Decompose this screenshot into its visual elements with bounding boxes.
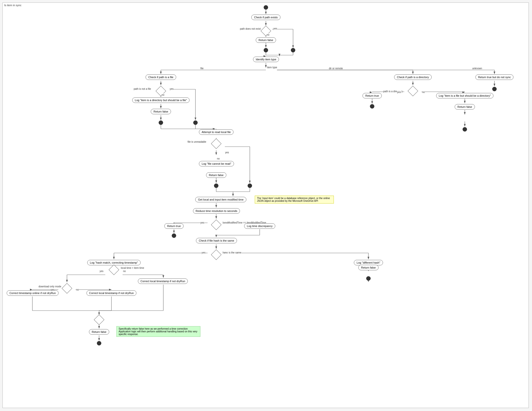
- identify-item-type-node: Identify item type: [248, 57, 284, 62]
- end-hash: [366, 276, 371, 281]
- start-circle: [264, 5, 268, 10]
- correct-local-ts-dl-label: Correct local timestamp if not dryRun: [86, 290, 137, 296]
- path-is-dir-shape: [408, 86, 418, 96]
- time-equal-diamond: [211, 219, 222, 230]
- correct-local-ts-dl-node: Correct local timestamp if not dryRun: [84, 290, 139, 296]
- return-false-hash-node: Return false: [355, 265, 382, 270]
- correct-timestamp-online-label: Correct timestamp online if not dryRun: [7, 290, 59, 296]
- correct-local-ts-node: Correct local timestamp if not dryRun: [136, 278, 190, 284]
- time-equal-shape: [211, 220, 221, 230]
- end-circle-1r: [291, 48, 295, 52]
- end-dir-true: [370, 104, 374, 109]
- file-unreadable-shape: [211, 138, 221, 149]
- yes-hash: yes: [202, 251, 206, 254]
- download-only-label: download only mode: [39, 285, 61, 288]
- log-file-should-be-dir-label: Log "item is a file but should be a dire…: [436, 93, 494, 98]
- unknown-label: unknown: [472, 67, 482, 70]
- log-cannot-read-label: Log "file cannot be read": [199, 161, 234, 166]
- dir-remote-label: dir or remote: [329, 67, 343, 70]
- path-not-file-shape: [156, 86, 166, 96]
- return-false-dir-node: Return false: [451, 104, 478, 110]
- get-local-modified-label: Get local and input item modified time: [195, 197, 246, 202]
- download-only-shape: [62, 283, 72, 294]
- log-dir-should-be-file-node: Log "item is a directory but should be a…: [116, 97, 205, 103]
- yes-label-path: yes: [273, 27, 277, 30]
- check-path-exists-label: Check if path exists: [251, 15, 280, 20]
- merge-diamond-shape: [94, 315, 104, 325]
- yes-unreadable: yes: [225, 151, 229, 154]
- return-false-final-node: Return false: [85, 329, 113, 335]
- end-final: [97, 341, 101, 345]
- path-is-dir-diamond: [407, 86, 418, 96]
- file-label: file: [200, 67, 204, 70]
- local-time-gt-shape: [109, 265, 119, 275]
- path-diamond-shape: [261, 26, 271, 36]
- note-return-false: Specifically return false here as we per…: [116, 326, 200, 337]
- yes-local-gt: yes: [100, 270, 104, 273]
- local-time-gt-label: local time > item time: [121, 267, 144, 269]
- check-path-dir-node: Check if path is a directory: [389, 74, 436, 80]
- no-file: no: [162, 93, 164, 96]
- check-path-file-node: Check if path is a file: [140, 74, 182, 80]
- file-unreadable-diamond: [211, 138, 222, 149]
- end-true2: [172, 233, 176, 238]
- log-time-discrepancy-label: Log time discrepancy: [244, 223, 275, 229]
- yes-time-eq: yes: [200, 221, 204, 224]
- log-dir-should-be-file-label: Log "item is a directory but should be a…: [132, 97, 190, 103]
- check-file-hash-node: Check if file hash is the same: [191, 238, 242, 243]
- end-circle-3r: [248, 183, 252, 188]
- no-hash: no: [225, 251, 228, 254]
- check-path-dir-label: Check if path is a directory: [394, 74, 432, 80]
- path-does-not-exist-diamond: [260, 25, 271, 36]
- return-true-2-node: Return true: [162, 223, 186, 229]
- return-true-no-sync-label: Return true but do not sync: [475, 74, 514, 80]
- yes-file: yes: [170, 88, 174, 90]
- end-circle-3: [214, 183, 218, 188]
- hash-same-shape: [211, 250, 221, 260]
- return-false-1-node: Return false: [252, 37, 279, 43]
- yes-dir: yes: [397, 91, 401, 93]
- end-unknown: [492, 87, 497, 91]
- return-false-hash-label: Return false: [358, 265, 378, 270]
- item-type-edge-label: item type: [267, 66, 277, 69]
- end-circle-2r: [193, 120, 198, 125]
- hash-same-diamond: [211, 249, 222, 260]
- arrows-svg: [3, 3, 529, 408]
- return-true-no-sync-node: Return true but do not sync: [471, 74, 518, 80]
- return-false-final-label: Return false: [89, 329, 109, 335]
- return-false-2-label: Return false: [151, 109, 171, 114]
- return-true-dir-node: Return true: [360, 93, 384, 98]
- local-time-gt-diamond: [108, 264, 119, 275]
- identify-item-type-label: Identify item type: [253, 57, 279, 62]
- no-dl: no: [76, 288, 79, 291]
- check-path-exists-node: Check if path exists: [247, 15, 284, 20]
- no-label-path: no: [267, 33, 269, 36]
- attempt-read-local-label: Attempt to read local file: [199, 129, 234, 135]
- correct-local-ts-label: Correct local timestamp if not dryRun: [138, 278, 188, 284]
- end-circle-1: [264, 48, 268, 52]
- no-time-eq: no: [225, 221, 228, 224]
- return-false-dir-label: Return false: [455, 104, 475, 110]
- log-different-hash-label: Log "different hash": [354, 260, 383, 265]
- path-not-file-label: path is not a file: [134, 88, 151, 90]
- return-false-2-node: Return false: [147, 109, 174, 114]
- return-true-dir-label: Return true: [362, 93, 382, 98]
- return-true-2-label: Return true: [164, 223, 183, 229]
- diagram-container: Is item in sync Check if path exists pat…: [2, 2, 529, 408]
- log-cannot-read-node: Log "file cannot be read": [195, 161, 237, 166]
- end-circle-2: [159, 120, 163, 125]
- return-false-1-label: Return false: [256, 37, 276, 43]
- get-local-modified-node: Get local and input item modified time: [191, 197, 251, 202]
- path-not-file-diamond: [155, 86, 166, 96]
- attempt-read-local-node: Attempt to read local file: [194, 129, 238, 135]
- log-file-should-be-dir-node: Log "item is a file but should be a dire…: [428, 93, 502, 98]
- no-dir: no: [422, 91, 425, 93]
- check-path-file-label: Check if path is a file: [146, 74, 176, 80]
- file-unreadable-label: file is unreadable: [188, 140, 206, 143]
- log-different-hash-node: Log "different hash": [349, 260, 388, 265]
- note-input-item: The 'input item' could be a database ref…: [255, 196, 334, 204]
- end-dir: [463, 127, 467, 132]
- no-unreadable: no: [217, 157, 220, 160]
- note-return-false-text: Specifically return false here as we per…: [119, 327, 197, 336]
- check-file-hash-label: Check if file hash is the same: [196, 238, 237, 243]
